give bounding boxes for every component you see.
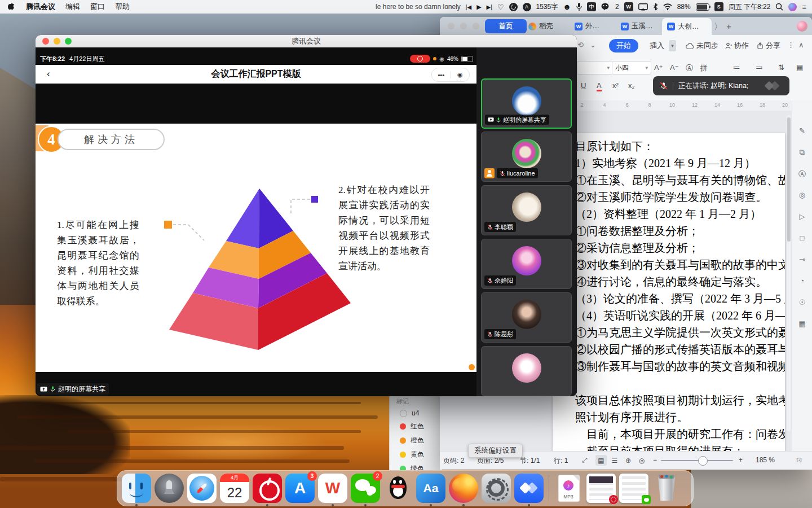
dock-launchpad[interactable] [153,471,186,506]
participant-tile[interactable]: 佘婵阳 [481,239,572,289]
contact-icon[interactable]: ☉ [792,298,812,306]
font-name-combo[interactable]: ▾ [577,61,613,75]
tab-overflow-chevron[interactable]: 〉 [714,21,722,32]
spellcheck-icon[interactable]: Ⓐ [792,169,812,179]
image-icon[interactable]: ▦ [792,319,812,328]
wps-close-button[interactable] [448,23,454,29]
tag-item-green[interactable]: 绿色 [390,462,442,470]
dock-qq[interactable] [382,471,414,506]
bluetooth-icon[interactable] [653,2,658,11]
zoom-out-button[interactable]: − [653,456,657,464]
tab-doc-2[interactable]: W玉溪… [616,19,658,33]
collaborate-button[interactable]: 协作 [725,41,749,51]
lock-icon[interactable]: □ [792,234,812,242]
superscript-icon[interactable]: x² [612,81,619,90]
siri-icon[interactable] [788,3,797,11]
fit-page-icon[interactable]: ⊡ [796,456,802,464]
fullscreen-button[interactable] [65,38,72,45]
undo-icon[interactable]: ⟲ [577,41,584,49]
dock-firefox[interactable] [447,471,480,506]
menu-app-title[interactable]: 腾讯会议 [26,2,55,12]
zoom-in-button[interactable]: + [739,456,743,464]
dock-minimized-wechat-window[interactable] [617,471,650,506]
ribbon-tab-start[interactable]: 开始 [609,39,638,52]
notification-center-icon[interactable]: ≡ [802,2,806,11]
tab-home[interactable]: 首页 [485,19,527,33]
numbered-list-icon[interactable]: ≕ [756,63,763,72]
close-button[interactable] [42,38,49,45]
participant-tile-partial[interactable] [481,346,572,396]
word-lookup-icon[interactable]: A [523,3,531,11]
more-options-icon[interactable]: ••• [432,72,451,78]
dock-netease-music[interactable] [251,471,284,506]
font-size-combo[interactable]: 小四▾ [612,61,651,75]
zoom-slider-knob[interactable] [698,456,708,466]
menu-help[interactable]: 帮助 [115,2,130,12]
font-color-icon[interactable]: A [597,81,602,91]
screen-mirroring-icon[interactable] [638,2,648,11]
dock-app-store[interactable]: A3 [284,471,316,506]
document-vertical-scrollbar[interactable] [787,115,791,431]
expand-icon[interactable]: ⤢ [582,456,588,464]
pinyin-guide-icon[interactable]: 拼 [700,63,708,73]
web-view-icon[interactable]: ⊕ [623,455,634,466]
dock-mp3-file[interactable]: MP3 [552,471,585,506]
smiley-icon[interactable]: ☻ [563,2,571,11]
edit-pen-icon[interactable]: ✎ [792,126,812,135]
dock-finder[interactable] [120,471,153,506]
zoom-slider-track[interactable] [661,460,733,461]
dock-dictionary[interactable]: Aa [414,471,447,506]
word-count[interactable]: 1535字 [536,2,558,12]
toolbar-more-icon[interactable]: ⋮ [787,41,795,49]
decrease-font-icon[interactable]: A⁻ [670,63,679,72]
link-icon[interactable]: ⊸ [792,255,812,264]
tab-doc-1[interactable]: W外… [570,19,604,33]
shapes-icon[interactable]: ⧉ [792,148,812,157]
insert-dropdown-caret[interactable]: ▾ [669,40,676,51]
clear-format-icon[interactable]: Ⓐ [686,63,693,73]
participant-tile[interactable]: 陈思彤 [481,292,572,343]
menu-window[interactable]: 窗口 [90,2,105,12]
history-icon[interactable]: ◔ [792,277,812,285]
subscript-icon[interactable]: x₂ [628,81,635,90]
collapse-ribbon-icon[interactable]: ∧ [798,41,804,49]
underline-icon[interactable]: U [581,81,586,90]
increase-font-icon[interactable]: A⁺ [654,63,663,72]
dock-minimized-netease-window[interactable] [585,471,617,506]
sogou-input-icon[interactable]: S [714,2,723,11]
dock-tencent-meeting[interactable] [513,471,545,506]
select-tool-icon[interactable]: ▷ [792,212,812,221]
miniprogram-capsule[interactable]: ••• ◉ [431,68,470,82]
outline-view-icon[interactable]: ☰ [609,455,620,466]
previous-track-icon[interactable]: |◀ [466,2,471,11]
wps-minimize-button[interactable] [460,23,467,29]
dock-safari[interactable] [186,471,218,506]
spotlight-search-icon[interactable] [775,2,783,11]
apple-menu-icon[interactable] [8,2,16,11]
participant-tile[interactable]: 李聪颖 [481,185,572,235]
bullet-list-icon[interactable]: ≔ [733,63,740,72]
input-method-icon[interactable]: 中 [587,2,596,11]
favorite-heart-icon[interactable]: ♡ [497,2,504,11]
share-button[interactable]: 分享 [757,41,780,51]
dock-calendar[interactable]: 4月22 [218,471,251,506]
eye-protect-icon[interactable]: ◎ [636,455,647,466]
wifi-icon[interactable] [663,2,672,11]
miniprogram-close-icon[interactable]: ◉ [451,71,470,78]
tab-docer[interactable]: 稻壳 [523,19,558,33]
wps-zoom-button[interactable] [473,23,479,29]
mic-menu-icon[interactable] [576,2,582,11]
redo-caret-icon[interactable]: ⌄ [590,41,596,49]
new-tab-button[interactable]: + [726,21,731,31]
seal-icon[interactable]: ◎ [792,191,812,199]
sync-status[interactable]: 未同步 [686,41,718,51]
menu-edit[interactable]: 编辑 [65,2,80,12]
next-track-icon[interactable]: ▶| [487,2,492,11]
meeting-title-bar[interactable]: 腾讯会议 [36,35,577,47]
dock-trash[interactable] [650,471,683,506]
participant-tile[interactable]: liucaroline [481,132,572,182]
netease-music-icon[interactable] [509,3,518,11]
document-text[interactable]: 目原计划如下： 1）实地考察（2021 年 9 月—12 月） ①在玉溪、昆明等… [575,138,785,452]
tag-item-yellow[interactable]: 黄色 [390,448,442,462]
back-chevron[interactable]: ‹ [47,68,50,80]
